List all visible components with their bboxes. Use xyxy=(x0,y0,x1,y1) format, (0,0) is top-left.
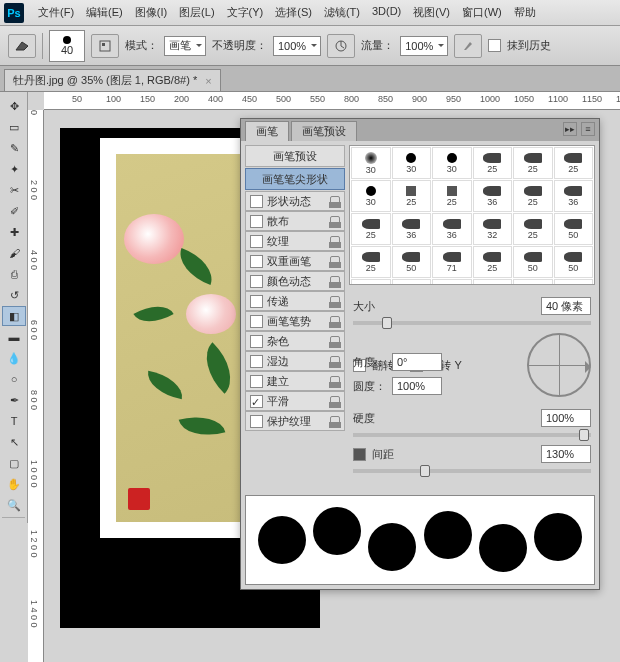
menu-item[interactable]: 视图(V) xyxy=(407,5,456,20)
tab-brush-presets[interactable]: 画笔预设 xyxy=(291,121,357,141)
menu-item[interactable]: 3D(D) xyxy=(366,5,407,20)
flow-select[interactable]: 100% xyxy=(400,36,448,56)
brush-preview[interactable]: 40 xyxy=(49,30,85,62)
brush-option-row[interactable]: 形状动态 xyxy=(245,191,345,211)
mode-select[interactable]: 画笔 xyxy=(164,36,206,56)
option-checkbox[interactable] xyxy=(250,375,263,388)
brush-tip-button[interactable]: 画笔笔尖形状 xyxy=(245,168,345,190)
tool-brush[interactable]: 🖌 xyxy=(2,243,26,263)
tool-move[interactable]: ✥ xyxy=(2,96,26,116)
menu-item[interactable]: 帮助 xyxy=(508,5,542,20)
brush-thumb[interactable]: 50 xyxy=(392,246,432,278)
brush-thumb[interactable]: 30 xyxy=(351,147,391,179)
airbrush-icon[interactable] xyxy=(454,34,482,58)
spacing-checkbox[interactable] xyxy=(353,448,366,461)
lock-icon[interactable] xyxy=(330,236,340,246)
brush-option-row[interactable]: 建立 xyxy=(245,371,345,391)
brush-thumb[interactable]: 25 xyxy=(513,213,553,245)
pressure-opacity-icon[interactable] xyxy=(327,34,355,58)
lock-icon[interactable] xyxy=(330,356,340,366)
brush-thumb[interactable]: 25 xyxy=(473,147,513,179)
menu-item[interactable]: 图像(I) xyxy=(129,5,173,20)
option-checkbox[interactable] xyxy=(250,295,263,308)
brush-thumb[interactable]: 25 xyxy=(513,180,553,212)
lock-icon[interactable] xyxy=(330,276,340,286)
option-checkbox[interactable] xyxy=(250,335,263,348)
brush-thumb[interactable]: 25 xyxy=(554,147,594,179)
brush-thumb[interactable]: 32 xyxy=(473,213,513,245)
brush-option-row[interactable]: 散布 xyxy=(245,211,345,231)
brush-option-row[interactable]: ✓平滑 xyxy=(245,391,345,411)
panel-collapse-icon[interactable]: ▸▸ xyxy=(563,122,577,136)
panel-menu-icon[interactable]: ≡ xyxy=(581,122,595,136)
option-checkbox[interactable] xyxy=(250,195,263,208)
brush-thumb[interactable]: 25 xyxy=(513,147,553,179)
tool-gradient[interactable]: ▬ xyxy=(2,327,26,347)
brush-thumb[interactable]: 50 xyxy=(554,213,594,245)
tool-heal[interactable]: ✚ xyxy=(2,222,26,242)
brush-thumb[interactable]: 25 xyxy=(351,246,391,278)
lock-icon[interactable] xyxy=(330,296,340,306)
opacity-select[interactable]: 100% xyxy=(273,36,321,56)
option-checkbox[interactable] xyxy=(250,255,263,268)
roundness-input[interactable]: 100% xyxy=(392,377,442,395)
brush-option-row[interactable]: 纹理 xyxy=(245,231,345,251)
lock-icon[interactable] xyxy=(330,196,340,206)
tool-stamp[interactable]: ⎙ xyxy=(2,264,26,284)
brush-thumb[interactable]: 71 xyxy=(432,246,472,278)
tool-lasso[interactable]: ✎ xyxy=(2,138,26,158)
close-icon[interactable]: × xyxy=(205,75,211,87)
tool-dodge[interactable]: ○ xyxy=(2,369,26,389)
menu-item[interactable]: 滤镜(T) xyxy=(318,5,366,20)
brush-option-row[interactable]: 颜色动态 xyxy=(245,271,345,291)
angle-control[interactable] xyxy=(527,333,591,397)
document-tab[interactable]: 牡丹图.jpg @ 35% (图层 1, RGB/8#) *× xyxy=(4,69,221,91)
option-checkbox[interactable] xyxy=(250,355,263,368)
brush-thumb[interactable]: 50 xyxy=(554,246,594,278)
brush-thumb[interactable]: 36 xyxy=(392,213,432,245)
lock-icon[interactable] xyxy=(330,416,340,426)
brush-preset-button[interactable]: 画笔预设 xyxy=(245,145,345,167)
option-checkbox[interactable] xyxy=(250,415,263,428)
tool-shape[interactable]: ▢ xyxy=(2,453,26,473)
option-checkbox[interactable] xyxy=(250,235,263,248)
brush-option-row[interactable]: 双重画笔 xyxy=(245,251,345,271)
lock-icon[interactable] xyxy=(330,216,340,226)
brush-panel-toggle[interactable] xyxy=(91,34,119,58)
tool-type[interactable]: T xyxy=(2,411,26,431)
tool-pen[interactable]: ✒ xyxy=(2,390,26,410)
lock-icon[interactable] xyxy=(330,256,340,266)
brush-option-row[interactable]: 湿边 xyxy=(245,351,345,371)
lock-icon[interactable] xyxy=(330,376,340,386)
size-slider[interactable] xyxy=(353,321,591,325)
brush-option-row[interactable]: 传递 xyxy=(245,291,345,311)
menu-item[interactable]: 选择(S) xyxy=(269,5,318,20)
tool-zoom[interactable]: 🔍 xyxy=(2,495,26,515)
tool-path[interactable]: ↖ xyxy=(2,432,26,452)
lock-icon[interactable] xyxy=(330,316,340,326)
tool-crop[interactable]: ✂ xyxy=(2,180,26,200)
option-checkbox[interactable] xyxy=(250,275,263,288)
brush-thumb[interactable]: 30 xyxy=(432,147,472,179)
angle-input[interactable]: 0° xyxy=(392,353,442,371)
brush-thumb[interactable]: 36 xyxy=(554,180,594,212)
tool-hand[interactable]: ✋ xyxy=(2,474,26,494)
tool-marquee[interactable]: ▭ xyxy=(2,117,26,137)
brush-option-row[interactable]: 杂色 xyxy=(245,331,345,351)
history-checkbox[interactable] xyxy=(488,39,501,52)
brush-thumb[interactable]: 25 xyxy=(432,180,472,212)
brush-thumb[interactable]: 36 xyxy=(473,180,513,212)
brush-thumb[interactable]: 25 xyxy=(351,213,391,245)
hardness-slider[interactable] xyxy=(353,433,591,437)
tool-eraser[interactable]: ◧ xyxy=(2,306,26,326)
spacing-slider[interactable] xyxy=(353,469,591,473)
brush-thumb[interactable]: 50 xyxy=(513,246,553,278)
menu-item[interactable]: 文字(Y) xyxy=(221,5,270,20)
tool-history[interactable]: ↺ xyxy=(2,285,26,305)
lock-icon[interactable] xyxy=(330,336,340,346)
eraser-icon[interactable] xyxy=(8,34,36,58)
tool-blur[interactable]: 💧 xyxy=(2,348,26,368)
brush-thumb[interactable]: 36 xyxy=(432,213,472,245)
menu-item[interactable]: 图层(L) xyxy=(173,5,220,20)
brush-option-row[interactable]: 保护纹理 xyxy=(245,411,345,431)
